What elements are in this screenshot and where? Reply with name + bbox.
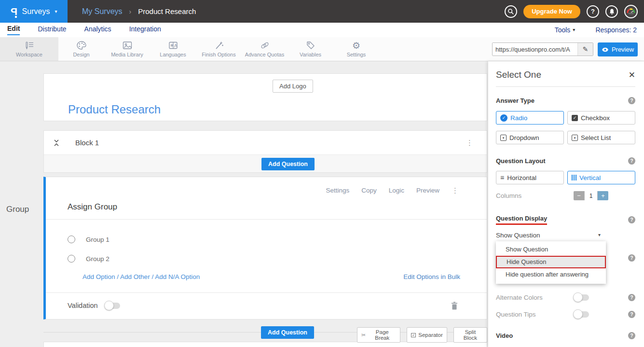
answer-type-dropdown[interactable]: ▾ Dropdown bbox=[496, 131, 564, 144]
option-row[interactable]: Group 2 bbox=[68, 254, 487, 264]
question-settings-link[interactable]: Settings bbox=[326, 187, 349, 194]
tab-analytics[interactable]: Analytics bbox=[84, 25, 111, 35]
help-icon[interactable]: ? bbox=[628, 97, 635, 104]
question-logic-link[interactable]: Logic bbox=[389, 187, 404, 194]
add-logo-button[interactable]: Add Logo bbox=[273, 80, 313, 93]
radio-check-icon: ✓ bbox=[500, 114, 507, 122]
add-question-button[interactable]: Add Question bbox=[261, 158, 315, 170]
menu-item-show-question[interactable]: Show Question bbox=[496, 243, 606, 256]
survey-title[interactable]: Product Research bbox=[68, 103, 161, 116]
columns-input[interactable] bbox=[584, 191, 598, 200]
editor-toolbar: Workspace Design Media Library ✻A Langua… bbox=[0, 37, 644, 61]
toolbar-item-languages[interactable]: ✻A Languages bbox=[150, 37, 196, 61]
option-label[interactable]: Group 1 bbox=[86, 236, 110, 243]
responses-count[interactable]: Responses: 2 bbox=[595, 26, 637, 34]
breadcrumb-my-surveys[interactable]: My Surveys bbox=[82, 7, 123, 16]
toolbar-item-media-library[interactable]: Media Library bbox=[104, 37, 150, 61]
menu-item-hide-question[interactable]: Hide Question bbox=[496, 256, 606, 268]
finish-options-icon bbox=[214, 41, 224, 50]
help-icon[interactable]: ? bbox=[628, 294, 635, 301]
toolbar-item-variables[interactable]: Variables bbox=[288, 37, 333, 61]
question-preview-link[interactable]: Preview bbox=[416, 187, 439, 194]
tab-distribute[interactable]: Distribute bbox=[38, 25, 66, 35]
add-option-link[interactable]: Add Option bbox=[82, 273, 115, 280]
app-window: P Surveys ▾ My Surveys › Product Researc… bbox=[0, 0, 644, 347]
toolbar-item-label: Settings bbox=[347, 52, 366, 57]
page-break-button[interactable]: ✂ Page Break bbox=[357, 327, 400, 343]
block-add-question-strip: Add Question bbox=[44, 155, 487, 172]
question-display-value[interactable]: Show Question bbox=[496, 232, 540, 239]
edit-options-in-bulk-link[interactable]: Edit Options in Bulk bbox=[403, 273, 460, 280]
help-icon[interactable]: ? bbox=[628, 311, 635, 318]
divider bbox=[46, 219, 487, 220]
toolbar-item-design[interactable]: Design bbox=[58, 37, 104, 61]
answer-type-checkbox[interactable]: ✓ Checkbox bbox=[567, 111, 635, 125]
question-card: Settings Copy Logic Preview ⋮ Assign Gro… bbox=[43, 177, 487, 319]
edit-url-button[interactable]: ✎ bbox=[577, 43, 593, 56]
question-display-menu: Show Question Hide Question Hide questio… bbox=[496, 241, 606, 284]
help-button[interactable]: ? bbox=[587, 5, 599, 18]
toggle-knob bbox=[104, 301, 114, 310]
block-title[interactable]: Block 1 bbox=[75, 139, 99, 147]
radio-icon[interactable] bbox=[68, 255, 75, 263]
block-menu-icon[interactable]: ⋮ bbox=[466, 139, 473, 146]
upgrade-now-button[interactable]: Upgrade Now bbox=[523, 5, 580, 18]
scissors-icon: ✂ bbox=[361, 332, 366, 338]
insert-controls: ✂ Page Break ✓ Separator Split Block bbox=[357, 327, 487, 343]
question-title[interactable]: Assign Group bbox=[68, 202, 487, 212]
toolbar-item-advance-quotas[interactable]: Advance Quotas bbox=[242, 37, 288, 61]
radio-icon[interactable] bbox=[68, 236, 75, 243]
option-row[interactable]: Group 1 bbox=[68, 235, 487, 244]
toolbar-item-workspace[interactable]: Workspace bbox=[0, 37, 58, 61]
tools-menu[interactable]: Tools ▾ bbox=[555, 26, 575, 34]
settings-icon: ⚙ bbox=[352, 41, 360, 50]
panel-title: Select One bbox=[496, 69, 541, 80]
tab-integration[interactable]: Integration bbox=[129, 25, 161, 35]
answer-type-select-list[interactable]: ▾ Select List bbox=[567, 131, 635, 144]
surveys-menu[interactable]: P Surveys ▾ bbox=[0, 0, 68, 23]
add-question-button[interactable]: Add Question bbox=[261, 326, 314, 339]
help-icon[interactable]: ? bbox=[628, 157, 635, 165]
answer-type-option-label: Radio bbox=[510, 114, 527, 122]
select-list-icon: ▾ bbox=[572, 135, 578, 141]
advance-quotas-icon bbox=[259, 41, 271, 50]
toolbar-item-label: Workspace bbox=[16, 52, 42, 57]
help-icon[interactable]: ? bbox=[628, 216, 635, 223]
add-na-option-link[interactable]: Add N/A Option bbox=[155, 273, 200, 280]
toolbar-item-settings[interactable]: ⚙ Settings bbox=[333, 37, 379, 61]
question-menu-icon[interactable]: ⋮ bbox=[452, 187, 459, 194]
menu-item-hide-after-answering[interactable]: Hide question after answering bbox=[496, 268, 606, 281]
close-icon[interactable]: ✕ bbox=[629, 71, 635, 79]
tab-edit[interactable]: Edit bbox=[7, 25, 20, 35]
separator-button[interactable]: ✓ Separator bbox=[407, 327, 447, 343]
tools-label: Tools bbox=[555, 26, 571, 34]
validation-toggle[interactable] bbox=[105, 303, 120, 309]
delete-question-button[interactable] bbox=[451, 302, 458, 312]
collapse-block-icon[interactable] bbox=[54, 139, 59, 147]
help-icon[interactable]: ? bbox=[628, 332, 635, 339]
question-options: Group 1 Group 2 bbox=[46, 235, 487, 264]
answer-type-radio[interactable]: ✓ Radio bbox=[496, 111, 564, 125]
question-display-select[interactable]: Show Question ▾ bbox=[496, 231, 635, 239]
add-other-link[interactable]: Add Other bbox=[120, 273, 150, 280]
layout-horizontal[interactable]: ≡ Horizontal bbox=[496, 171, 564, 184]
avatar[interactable] bbox=[624, 5, 638, 18]
answer-type-option-label: Dropdown bbox=[509, 134, 539, 141]
question-tips-toggle[interactable] bbox=[574, 311, 589, 318]
search-button[interactable] bbox=[505, 5, 517, 18]
survey-url-input[interactable] bbox=[493, 43, 577, 56]
option-label[interactable]: Group 2 bbox=[86, 255, 110, 263]
question-copy-link[interactable]: Copy bbox=[361, 187, 377, 194]
minus-icon[interactable]: − bbox=[574, 191, 584, 200]
toolbar-item-finish-options[interactable]: Finish Options bbox=[196, 37, 242, 61]
alternate-colors-toggle[interactable] bbox=[574, 294, 589, 301]
split-block-button[interactable]: Split Block bbox=[453, 327, 487, 343]
help-icon[interactable]: ? bbox=[628, 254, 635, 262]
topbar: P Surveys ▾ My Surveys › Product Researc… bbox=[0, 0, 644, 23]
preview-button[interactable]: Preview bbox=[598, 42, 638, 56]
toolbar-item-label: Design bbox=[73, 52, 89, 57]
notifications-button[interactable] bbox=[605, 5, 618, 18]
plus-icon[interactable]: + bbox=[598, 191, 608, 200]
layout-vertical[interactable]: Vertical bbox=[567, 171, 635, 184]
separator-icon: ✓ bbox=[411, 333, 416, 337]
